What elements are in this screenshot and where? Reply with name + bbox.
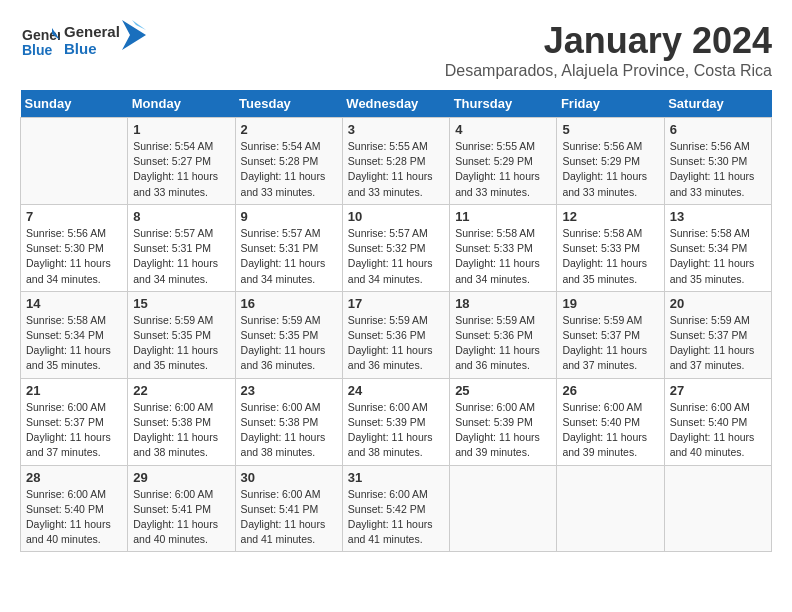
day-number: 29	[133, 470, 229, 485]
calendar-cell: 5Sunrise: 5:56 AMSunset: 5:29 PMDaylight…	[557, 118, 664, 205]
day-info: Sunrise: 5:54 AMSunset: 5:27 PMDaylight:…	[133, 139, 229, 200]
logo: General Blue General Blue	[20, 20, 146, 60]
day-info: Sunrise: 5:55 AMSunset: 5:28 PMDaylight:…	[348, 139, 444, 200]
day-number: 8	[133, 209, 229, 224]
weekday-header-row: SundayMondayTuesdayWednesdayThursdayFrid…	[21, 90, 772, 118]
day-number: 13	[670, 209, 766, 224]
calendar-cell	[664, 465, 771, 552]
day-info: Sunrise: 6:00 AMSunset: 5:40 PMDaylight:…	[26, 487, 122, 548]
calendar-cell: 11Sunrise: 5:58 AMSunset: 5:33 PMDayligh…	[450, 204, 557, 291]
calendar-cell: 6Sunrise: 5:56 AMSunset: 5:30 PMDaylight…	[664, 118, 771, 205]
calendar-cell: 10Sunrise: 5:57 AMSunset: 5:32 PMDayligh…	[342, 204, 449, 291]
day-number: 2	[241, 122, 337, 137]
day-number: 17	[348, 296, 444, 311]
day-number: 31	[348, 470, 444, 485]
weekday-header: Wednesday	[342, 90, 449, 118]
day-info: Sunrise: 6:00 AMSunset: 5:39 PMDaylight:…	[348, 400, 444, 461]
day-number: 9	[241, 209, 337, 224]
calendar-cell: 8Sunrise: 5:57 AMSunset: 5:31 PMDaylight…	[128, 204, 235, 291]
calendar-cell: 4Sunrise: 5:55 AMSunset: 5:29 PMDaylight…	[450, 118, 557, 205]
day-info: Sunrise: 5:59 AMSunset: 5:36 PMDaylight:…	[455, 313, 551, 374]
calendar-cell: 24Sunrise: 6:00 AMSunset: 5:39 PMDayligh…	[342, 378, 449, 465]
calendar-cell	[21, 118, 128, 205]
day-info: Sunrise: 5:56 AMSunset: 5:29 PMDaylight:…	[562, 139, 658, 200]
day-info: Sunrise: 6:00 AMSunset: 5:42 PMDaylight:…	[348, 487, 444, 548]
day-info: Sunrise: 6:00 AMSunset: 5:38 PMDaylight:…	[133, 400, 229, 461]
day-number: 7	[26, 209, 122, 224]
calendar-cell: 1Sunrise: 5:54 AMSunset: 5:27 PMDaylight…	[128, 118, 235, 205]
day-info: Sunrise: 5:58 AMSunset: 5:34 PMDaylight:…	[26, 313, 122, 374]
day-number: 14	[26, 296, 122, 311]
day-info: Sunrise: 5:58 AMSunset: 5:34 PMDaylight:…	[670, 226, 766, 287]
day-info: Sunrise: 6:00 AMSunset: 5:41 PMDaylight:…	[241, 487, 337, 548]
day-number: 16	[241, 296, 337, 311]
day-info: Sunrise: 5:59 AMSunset: 5:35 PMDaylight:…	[133, 313, 229, 374]
day-info: Sunrise: 5:54 AMSunset: 5:28 PMDaylight:…	[241, 139, 337, 200]
calendar-week-row: 1Sunrise: 5:54 AMSunset: 5:27 PMDaylight…	[21, 118, 772, 205]
day-number: 30	[241, 470, 337, 485]
day-number: 10	[348, 209, 444, 224]
day-info: Sunrise: 5:59 AMSunset: 5:35 PMDaylight:…	[241, 313, 337, 374]
day-info: Sunrise: 5:59 AMSunset: 5:37 PMDaylight:…	[562, 313, 658, 374]
calendar-cell: 23Sunrise: 6:00 AMSunset: 5:38 PMDayligh…	[235, 378, 342, 465]
calendar-cell: 22Sunrise: 6:00 AMSunset: 5:38 PMDayligh…	[128, 378, 235, 465]
day-number: 3	[348, 122, 444, 137]
calendar-cell: 15Sunrise: 5:59 AMSunset: 5:35 PMDayligh…	[128, 291, 235, 378]
weekday-header: Sunday	[21, 90, 128, 118]
day-number: 20	[670, 296, 766, 311]
calendar-cell: 26Sunrise: 6:00 AMSunset: 5:40 PMDayligh…	[557, 378, 664, 465]
day-info: Sunrise: 5:56 AMSunset: 5:30 PMDaylight:…	[670, 139, 766, 200]
day-number: 25	[455, 383, 551, 398]
calendar-cell: 13Sunrise: 5:58 AMSunset: 5:34 PMDayligh…	[664, 204, 771, 291]
calendar-cell: 7Sunrise: 5:56 AMSunset: 5:30 PMDaylight…	[21, 204, 128, 291]
calendar-cell: 9Sunrise: 5:57 AMSunset: 5:31 PMDaylight…	[235, 204, 342, 291]
weekday-header: Friday	[557, 90, 664, 118]
weekday-header: Monday	[128, 90, 235, 118]
day-number: 24	[348, 383, 444, 398]
svg-marker-4	[122, 20, 146, 50]
day-number: 15	[133, 296, 229, 311]
day-info: Sunrise: 6:00 AMSunset: 5:40 PMDaylight:…	[562, 400, 658, 461]
day-number: 12	[562, 209, 658, 224]
day-info: Sunrise: 6:00 AMSunset: 5:39 PMDaylight:…	[455, 400, 551, 461]
calendar-cell: 16Sunrise: 5:59 AMSunset: 5:35 PMDayligh…	[235, 291, 342, 378]
day-number: 19	[562, 296, 658, 311]
calendar-cell: 12Sunrise: 5:58 AMSunset: 5:33 PMDayligh…	[557, 204, 664, 291]
calendar-cell: 2Sunrise: 5:54 AMSunset: 5:28 PMDaylight…	[235, 118, 342, 205]
day-info: Sunrise: 6:00 AMSunset: 5:40 PMDaylight:…	[670, 400, 766, 461]
calendar-week-row: 14Sunrise: 5:58 AMSunset: 5:34 PMDayligh…	[21, 291, 772, 378]
svg-text:Blue: Blue	[22, 42, 53, 58]
calendar-cell: 14Sunrise: 5:58 AMSunset: 5:34 PMDayligh…	[21, 291, 128, 378]
day-info: Sunrise: 5:55 AMSunset: 5:29 PMDaylight:…	[455, 139, 551, 200]
calendar-cell: 29Sunrise: 6:00 AMSunset: 5:41 PMDayligh…	[128, 465, 235, 552]
day-info: Sunrise: 5:57 AMSunset: 5:31 PMDaylight:…	[241, 226, 337, 287]
calendar-cell	[557, 465, 664, 552]
day-number: 21	[26, 383, 122, 398]
day-info: Sunrise: 5:59 AMSunset: 5:36 PMDaylight:…	[348, 313, 444, 374]
logo-icon: General Blue	[20, 20, 60, 60]
logo-blue: Blue	[64, 40, 120, 57]
day-number: 6	[670, 122, 766, 137]
day-info: Sunrise: 5:58 AMSunset: 5:33 PMDaylight:…	[562, 226, 658, 287]
calendar-cell: 17Sunrise: 5:59 AMSunset: 5:36 PMDayligh…	[342, 291, 449, 378]
day-info: Sunrise: 5:56 AMSunset: 5:30 PMDaylight:…	[26, 226, 122, 287]
day-number: 28	[26, 470, 122, 485]
calendar-cell: 19Sunrise: 5:59 AMSunset: 5:37 PMDayligh…	[557, 291, 664, 378]
weekday-header: Saturday	[664, 90, 771, 118]
day-number: 23	[241, 383, 337, 398]
calendar-cell: 31Sunrise: 6:00 AMSunset: 5:42 PMDayligh…	[342, 465, 449, 552]
day-number: 4	[455, 122, 551, 137]
header: General Blue General Blue January 2024 D…	[20, 20, 772, 80]
calendar-cell: 3Sunrise: 5:55 AMSunset: 5:28 PMDaylight…	[342, 118, 449, 205]
location-title: Desamparados, Alajuela Province, Costa R…	[445, 62, 772, 80]
day-info: Sunrise: 5:58 AMSunset: 5:33 PMDaylight:…	[455, 226, 551, 287]
day-number: 18	[455, 296, 551, 311]
calendar-cell: 28Sunrise: 6:00 AMSunset: 5:40 PMDayligh…	[21, 465, 128, 552]
logo-general: General	[64, 23, 120, 40]
calendar-cell: 18Sunrise: 5:59 AMSunset: 5:36 PMDayligh…	[450, 291, 557, 378]
calendar-week-row: 21Sunrise: 6:00 AMSunset: 5:37 PMDayligh…	[21, 378, 772, 465]
day-number: 5	[562, 122, 658, 137]
day-number: 27	[670, 383, 766, 398]
day-info: Sunrise: 5:59 AMSunset: 5:37 PMDaylight:…	[670, 313, 766, 374]
day-number: 1	[133, 122, 229, 137]
